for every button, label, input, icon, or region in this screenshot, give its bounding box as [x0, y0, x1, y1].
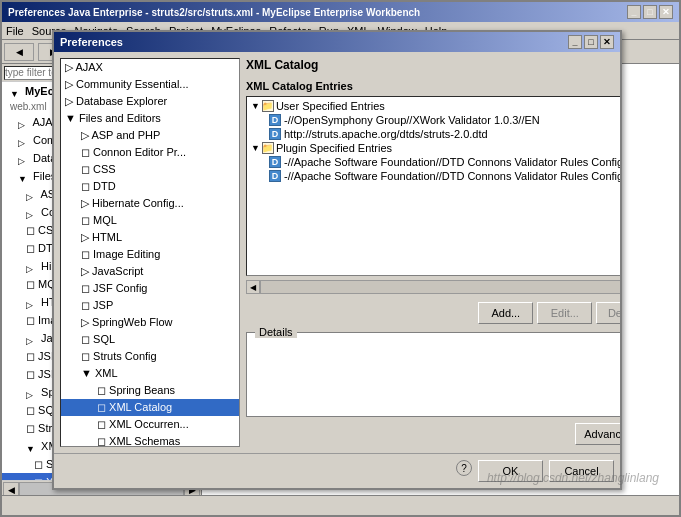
edit-button[interactable]: Edit... [537, 302, 592, 324]
xml-expand-icon: ▼ [26, 441, 38, 453]
catalog-entries-title: XML Catalog Entries [246, 80, 620, 92]
help-icon-button[interactable]: ? [456, 460, 472, 476]
plugin-entries-label: Plugin Specified Entries [276, 142, 392, 154]
add-button[interactable]: Add... [478, 302, 533, 324]
prefs-dialog: Preferences _ □ ✕ ▷ AJAX ▷ Community Ess… [52, 30, 622, 490]
ajax-expand-icon: ▷ [18, 117, 30, 129]
menu-file[interactable]: File [6, 25, 24, 37]
hscroll-left-button[interactable]: ◀ [246, 280, 260, 294]
prefs-close-button[interactable]: ✕ [600, 35, 614, 49]
catalog-action-buttons: Add... Edit... Delete [246, 298, 620, 328]
ide-close-button[interactable]: ✕ [659, 5, 673, 19]
entry-1-text: -//OpenSymphony Group//XWork Validator 1… [284, 114, 540, 126]
prefs-tree-sql[interactable]: ◻ SQL [61, 331, 239, 348]
prefs-tree-community[interactable]: ▷ Community Essential... [61, 76, 239, 93]
prefs-tree-xml-occ[interactable]: ◻ XML Occurren... [61, 416, 239, 433]
plugin-entry-2-text: -//Apache Software Foundation//DTD Conno… [284, 170, 620, 182]
prefs-tree-css[interactable]: ◻ CSS [61, 161, 239, 178]
prefs-tree-ajax[interactable]: ▷ AJAX [61, 59, 239, 76]
catalog-section: XML Catalog Entries ▲ ▼ ▼ [246, 80, 620, 447]
prefs-tree-jsp[interactable]: ◻ JSP [61, 297, 239, 314]
entry-2-text: http://struts.apache.org/dtds/struts-2.0… [284, 128, 488, 140]
user-entries-group[interactable]: ▼ 📁 User Specified Entries [249, 99, 620, 113]
prefs-tree-xml-schemas[interactable]: ◻ XML Schemas [61, 433, 239, 447]
user-entries-label: User Specified Entries [276, 100, 385, 112]
ide-statusbar [2, 495, 679, 515]
prefs-tree-database[interactable]: ▷ Database Explorer [61, 93, 239, 110]
hibernate-expand-icon: ▷ [26, 261, 38, 273]
prefs-body: ▷ AJAX ▷ Community Essential... ▷ Databa… [54, 52, 620, 453]
ide-title: Preferences Java Enterprise - struts2/sr… [8, 7, 420, 18]
entry-2-type-icon: D [269, 128, 281, 140]
prefs-tree-dtd[interactable]: ◻ DTD [61, 178, 239, 195]
prefs-tree-image[interactable]: ◻ Image Editing [61, 246, 239, 263]
expand-icon: ▼ [10, 86, 22, 98]
plugin-entries-group[interactable]: ▼ 📁 Plugin Specified Entries [249, 141, 620, 155]
content-title: XML Catalog [246, 58, 620, 72]
prefs-tree-xml-catalog[interactable]: ◻ XML Catalog [61, 399, 239, 416]
user-entries-folder-icon: 📁 [262, 100, 274, 112]
javascript-expand-icon: ▷ [26, 333, 38, 345]
plugin-entry-2-type-icon: D [269, 170, 281, 182]
plugin-entry-1-text: -//Apache Software Foundation//DTD Conno… [284, 156, 620, 168]
prefs-content: XML Catalog XML Catalog Entries ▲ ▼ [246, 58, 620, 447]
advanced-btn-row: Advanced... [246, 421, 620, 447]
details-panel: Details ▲ ▼ [246, 332, 620, 417]
files-editors-expand-icon: ▼ [18, 171, 30, 183]
plugin-entry-2[interactable]: D -//Apache Software Foundation//DTD Con… [249, 169, 620, 183]
plugin-entry-1[interactable]: D -//Apache Software Foundation//DTD Con… [249, 155, 620, 169]
prefs-minimize-button[interactable]: _ [568, 35, 582, 49]
prefs-tree-connon[interactable]: ◻ Connon Editor Pr... [61, 144, 239, 161]
plugin-entries-expand[interactable]: ▼ [251, 143, 260, 153]
prefs-tree-html[interactable]: ▷ HTML [61, 229, 239, 246]
prefs-tree-spring-web[interactable]: ▷ SpringWeb Flow [61, 314, 239, 331]
asp-expand-icon: ▷ [26, 189, 38, 201]
prefs-tree-files[interactable]: ▼ Files and Editors [61, 110, 239, 127]
prefs-tree-hibernate[interactable]: ▷ Hibernate Config... [61, 195, 239, 212]
prefs-titlebar: Preferences _ □ ✕ [54, 32, 620, 52]
prefs-titlebar-buttons: _ □ ✕ [568, 35, 614, 49]
prefs-tree-struts[interactable]: ◻ Struts Config [61, 348, 239, 365]
html-expand-icon: ▷ [26, 297, 38, 309]
toolbar-back-button[interactable]: ◀ [4, 43, 34, 61]
prefs-tree: ▷ AJAX ▷ Community Essential... ▷ Databa… [60, 58, 240, 447]
delete-button[interactable]: Delete [596, 302, 620, 324]
prefs-maximize-button[interactable]: □ [584, 35, 598, 49]
ide-window: Preferences Java Enterprise - struts2/sr… [0, 0, 681, 517]
details-title: Details [255, 326, 297, 338]
prefs-tree-jsf[interactable]: ◻ JSF Config [61, 280, 239, 297]
catalog-entries-list: ▼ 📁 User Specified Entries D -//OpenSymp… [247, 97, 620, 185]
ide-titlebar: Preferences Java Enterprise - struts2/sr… [2, 2, 679, 22]
plugin-entry-1-type-icon: D [269, 156, 281, 168]
entry-2[interactable]: D http://struts.apache.org/dtds/struts-2… [249, 127, 620, 141]
spring-web-flow-expand-icon: ▷ [26, 387, 38, 399]
prefs-tree-spring-beans[interactable]: ◻ Spring Beans [61, 382, 239, 399]
catalog-entries-scroll: ▲ ▼ ▼ 📁 User Specified Entries [246, 96, 620, 276]
plugin-entries-folder-icon: 📁 [262, 142, 274, 154]
ide-maximize-button[interactable]: □ [643, 5, 657, 19]
entry-1[interactable]: D -//OpenSymphony Group//XWork Validator… [249, 113, 620, 127]
prefs-tree-xml-parent[interactable]: ▼ XML [61, 365, 239, 382]
community-expand-icon: ▷ [18, 135, 30, 147]
watermark: http://blog.csdn.net/zhanglinlang [487, 471, 659, 485]
database-expand-icon: ▷ [18, 153, 30, 165]
connon-expand-icon: ▷ [26, 207, 38, 219]
prefs-tree-asp[interactable]: ▷ ASP and PHP [61, 127, 239, 144]
ide-minimize-button[interactable]: _ [627, 5, 641, 19]
ide-titlebar-buttons: _ □ ✕ [627, 5, 673, 19]
user-entries-expand[interactable]: ▼ [251, 101, 260, 111]
advanced-button[interactable]: Advanced... [575, 423, 620, 445]
catalog-hscrollbar: ◀ ▶ [246, 280, 620, 294]
prefs-tree-javascript[interactable]: ▷ JavaScript [61, 263, 239, 280]
hscroll-track [260, 280, 620, 294]
prefs-title: Preferences [60, 36, 123, 48]
prefs-tree-mql[interactable]: ◻ MQL [61, 212, 239, 229]
entry-1-type-icon: D [269, 114, 281, 126]
